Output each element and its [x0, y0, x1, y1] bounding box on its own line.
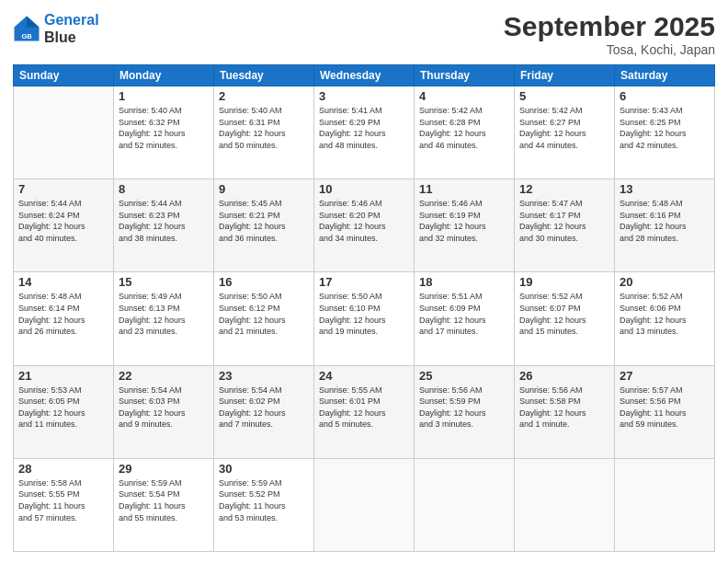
calendar-cell: 26Sunrise: 5:56 AM Sunset: 5:58 PM Dayli… [515, 365, 615, 458]
cell-info: Sunrise: 5:51 AM Sunset: 6:09 PM Dayligh… [419, 291, 509, 337]
calendar-cell [615, 458, 715, 551]
day-number: 19 [519, 275, 609, 289]
calendar-cell: 15Sunrise: 5:49 AM Sunset: 6:13 PM Dayli… [114, 272, 214, 365]
weekday-header-sunday: Sunday [14, 65, 114, 86]
day-number: 4 [419, 89, 509, 103]
calendar-cell: 10Sunrise: 5:46 AM Sunset: 6:20 PM Dayli… [314, 179, 415, 272]
weekday-header-monday: Monday [114, 65, 214, 86]
calendar-cell: 25Sunrise: 5:56 AM Sunset: 5:59 PM Dayli… [415, 365, 515, 458]
cell-info: Sunrise: 5:40 AM Sunset: 6:31 PM Dayligh… [219, 105, 309, 151]
weekday-header-row: SundayMondayTuesdayWednesdayThursdayFrid… [14, 65, 715, 86]
cell-info: Sunrise: 5:59 AM Sunset: 5:54 PM Dayligh… [119, 477, 209, 523]
cell-info: Sunrise: 5:54 AM Sunset: 6:02 PM Dayligh… [219, 385, 309, 431]
calendar-cell: 21Sunrise: 5:53 AM Sunset: 6:05 PM Dayli… [14, 365, 114, 458]
day-number: 25 [419, 369, 509, 383]
calendar-cell: 1Sunrise: 5:40 AM Sunset: 6:32 PM Daylig… [114, 86, 214, 179]
calendar-cell: 7Sunrise: 5:44 AM Sunset: 6:24 PM Daylig… [14, 179, 114, 272]
location: Tosa, Kochi, Japan [504, 42, 715, 57]
calendar-table: SundayMondayTuesdayWednesdayThursdayFrid… [13, 64, 715, 552]
page-container: GB General Blue September 2025 Tosa, Koc… [0, 0, 728, 563]
day-number: 11 [419, 182, 509, 196]
day-number: 28 [18, 462, 108, 476]
calendar-cell: 12Sunrise: 5:47 AM Sunset: 6:17 PM Dayli… [515, 179, 615, 272]
calendar-cell: 14Sunrise: 5:48 AM Sunset: 6:14 PM Dayli… [14, 272, 114, 365]
calendar-cell [515, 458, 615, 551]
day-number: 27 [620, 369, 710, 383]
cell-info: Sunrise: 5:55 AM Sunset: 6:01 PM Dayligh… [319, 385, 409, 431]
logo-general: General [44, 12, 99, 28]
calendar-week-row: 1Sunrise: 5:40 AM Sunset: 6:32 PM Daylig… [14, 86, 715, 179]
calendar-cell: 22Sunrise: 5:54 AM Sunset: 6:03 PM Dayli… [114, 365, 214, 458]
calendar-cell: 29Sunrise: 5:59 AM Sunset: 5:54 PM Dayli… [114, 458, 214, 551]
logo-blue: Blue [44, 29, 76, 45]
calendar-cell: 28Sunrise: 5:58 AM Sunset: 5:55 PM Dayli… [14, 458, 114, 551]
weekday-header-friday: Friday [515, 65, 615, 86]
calendar-cell: 23Sunrise: 5:54 AM Sunset: 6:02 PM Dayli… [214, 365, 314, 458]
calendar-cell: 6Sunrise: 5:43 AM Sunset: 6:25 PM Daylig… [615, 86, 715, 179]
day-number: 6 [620, 89, 710, 103]
calendar-cell: 24Sunrise: 5:55 AM Sunset: 6:01 PM Dayli… [314, 365, 415, 458]
cell-info: Sunrise: 5:42 AM Sunset: 6:27 PM Dayligh… [519, 105, 609, 151]
calendar-cell [415, 458, 515, 551]
calendar-cell: 27Sunrise: 5:57 AM Sunset: 5:56 PM Dayli… [615, 365, 715, 458]
logo-icon: GB [13, 15, 40, 42]
cell-info: Sunrise: 5:49 AM Sunset: 6:13 PM Dayligh… [119, 291, 209, 337]
calendar-cell: 16Sunrise: 5:50 AM Sunset: 6:12 PM Dayli… [214, 272, 314, 365]
day-number: 3 [319, 89, 409, 103]
day-number: 1 [119, 89, 209, 103]
calendar-cell: 3Sunrise: 5:41 AM Sunset: 6:29 PM Daylig… [314, 86, 415, 179]
cell-info: Sunrise: 5:58 AM Sunset: 5:55 PM Dayligh… [18, 477, 108, 523]
cell-info: Sunrise: 5:48 AM Sunset: 6:16 PM Dayligh… [620, 198, 710, 244]
day-number: 8 [119, 182, 209, 196]
cell-info: Sunrise: 5:52 AM Sunset: 6:06 PM Dayligh… [620, 291, 710, 337]
day-number: 18 [419, 275, 509, 289]
calendar-week-row: 14Sunrise: 5:48 AM Sunset: 6:14 PM Dayli… [14, 272, 715, 365]
calendar-cell: 11Sunrise: 5:46 AM Sunset: 6:19 PM Dayli… [415, 179, 515, 272]
calendar-cell: 17Sunrise: 5:50 AM Sunset: 6:10 PM Dayli… [314, 272, 415, 365]
calendar-cell [314, 458, 415, 551]
cell-info: Sunrise: 5:47 AM Sunset: 6:17 PM Dayligh… [519, 198, 609, 244]
cell-info: Sunrise: 5:48 AM Sunset: 6:14 PM Dayligh… [18, 291, 108, 337]
calendar-week-row: 7Sunrise: 5:44 AM Sunset: 6:24 PM Daylig… [14, 179, 715, 272]
cell-info: Sunrise: 5:46 AM Sunset: 6:20 PM Dayligh… [319, 198, 409, 244]
cell-info: Sunrise: 5:56 AM Sunset: 5:59 PM Dayligh… [419, 385, 509, 431]
day-number: 10 [319, 182, 409, 196]
calendar-cell: 5Sunrise: 5:42 AM Sunset: 6:27 PM Daylig… [515, 86, 615, 179]
calendar-cell: 18Sunrise: 5:51 AM Sunset: 6:09 PM Dayli… [415, 272, 515, 365]
day-number: 26 [519, 369, 609, 383]
cell-info: Sunrise: 5:50 AM Sunset: 6:10 PM Dayligh… [319, 291, 409, 337]
calendar-cell: 8Sunrise: 5:44 AM Sunset: 6:23 PM Daylig… [114, 179, 214, 272]
day-number: 24 [319, 369, 409, 383]
day-number: 30 [219, 462, 309, 476]
day-number: 12 [519, 182, 609, 196]
cell-info: Sunrise: 5:42 AM Sunset: 6:28 PM Dayligh… [419, 105, 509, 151]
calendar-cell: 2Sunrise: 5:40 AM Sunset: 6:31 PM Daylig… [214, 86, 314, 179]
day-number: 2 [219, 89, 309, 103]
weekday-header-wednesday: Wednesday [314, 65, 415, 86]
cell-info: Sunrise: 5:44 AM Sunset: 6:23 PM Dayligh… [119, 198, 209, 244]
weekday-header-thursday: Thursday [415, 65, 515, 86]
weekday-header-saturday: Saturday [615, 65, 715, 86]
calendar-week-row: 28Sunrise: 5:58 AM Sunset: 5:55 PM Dayli… [14, 458, 715, 551]
cell-info: Sunrise: 5:43 AM Sunset: 6:25 PM Dayligh… [620, 105, 710, 151]
weekday-header-tuesday: Tuesday [214, 65, 314, 86]
cell-info: Sunrise: 5:44 AM Sunset: 6:24 PM Dayligh… [18, 198, 108, 244]
day-number: 13 [620, 182, 710, 196]
day-number: 15 [119, 275, 209, 289]
svg-marker-1 [27, 17, 40, 28]
cell-info: Sunrise: 5:53 AM Sunset: 6:05 PM Dayligh… [18, 385, 108, 431]
month-title: September 2025 [504, 11, 715, 42]
day-number: 5 [519, 89, 609, 103]
calendar-cell: 20Sunrise: 5:52 AM Sunset: 6:06 PM Dayli… [615, 272, 715, 365]
day-number: 16 [219, 275, 309, 289]
cell-info: Sunrise: 5:52 AM Sunset: 6:07 PM Dayligh… [519, 291, 609, 337]
title-section: September 2025 Tosa, Kochi, Japan [504, 11, 715, 57]
svg-text:GB: GB [21, 32, 32, 40]
calendar-cell: 30Sunrise: 5:59 AM Sunset: 5:52 PM Dayli… [214, 458, 314, 551]
cell-info: Sunrise: 5:50 AM Sunset: 6:12 PM Dayligh… [219, 291, 309, 337]
cell-info: Sunrise: 5:56 AM Sunset: 5:58 PM Dayligh… [519, 385, 609, 431]
header: GB General Blue September 2025 Tosa, Koc… [13, 11, 715, 57]
calendar-week-row: 21Sunrise: 5:53 AM Sunset: 6:05 PM Dayli… [14, 365, 715, 458]
day-number: 9 [219, 182, 309, 196]
cell-info: Sunrise: 5:54 AM Sunset: 6:03 PM Dayligh… [119, 385, 209, 431]
